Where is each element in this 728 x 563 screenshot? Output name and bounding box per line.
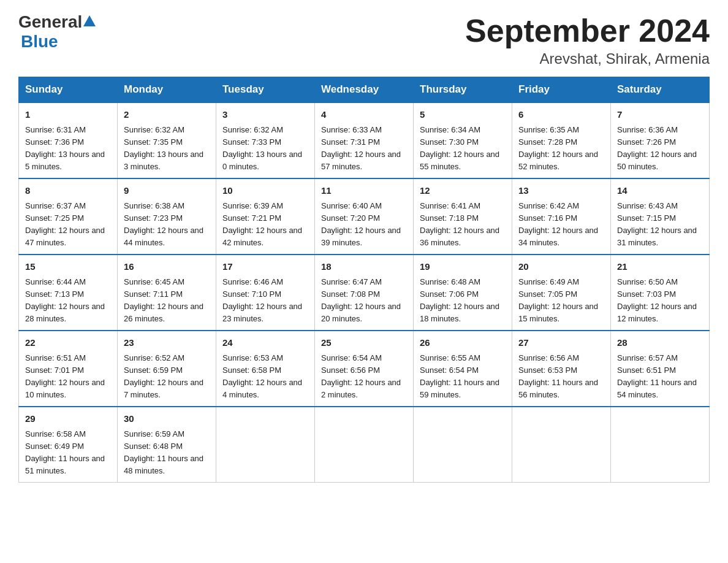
- day-info: Sunrise: 6:46 AMSunset: 7:10 PMDaylight:…: [222, 277, 302, 323]
- day-number: 13: [518, 184, 604, 198]
- week-row-1: 1 Sunrise: 6:31 AMSunset: 7:36 PMDayligh…: [19, 102, 710, 178]
- week-row-3: 15 Sunrise: 6:44 AMSunset: 7:13 PMDaylig…: [19, 255, 710, 331]
- day-number: 21: [617, 260, 703, 274]
- day-info: Sunrise: 6:31 AMSunset: 7:36 PMDaylight:…: [25, 125, 105, 171]
- location-subtitle: Arevshat, Shirak, Armenia: [465, 50, 710, 67]
- day-number: 10: [222, 184, 308, 198]
- day-info: Sunrise: 6:42 AMSunset: 7:16 PMDaylight:…: [518, 201, 598, 247]
- logo: General Blue: [18, 12, 97, 52]
- day-number: 20: [518, 260, 604, 274]
- day-info: Sunrise: 6:38 AMSunset: 7:23 PMDaylight:…: [124, 201, 203, 247]
- month-year-title: September 2024: [465, 12, 710, 49]
- day-cell-16: 16 Sunrise: 6:45 AMSunset: 7:11 PMDaylig…: [118, 255, 216, 331]
- day-info: Sunrise: 6:40 AMSunset: 7:20 PMDaylight:…: [321, 201, 401, 247]
- day-info: Sunrise: 6:43 AMSunset: 7:15 PMDaylight:…: [617, 201, 697, 247]
- day-cell-19: 19 Sunrise: 6:48 AMSunset: 7:06 PMDaylig…: [414, 255, 512, 331]
- header-tuesday: Tuesday: [216, 77, 315, 103]
- empty-cell-w4-d2: [216, 407, 315, 483]
- day-number: 6: [518, 108, 604, 122]
- day-number: 17: [222, 260, 308, 274]
- day-number: 4: [321, 108, 407, 122]
- day-cell-13: 13 Sunrise: 6:42 AMSunset: 7:16 PMDaylig…: [512, 178, 611, 255]
- day-number: 7: [617, 108, 703, 122]
- day-number: 28: [617, 336, 703, 350]
- day-info: Sunrise: 6:35 AMSunset: 7:28 PMDaylight:…: [518, 125, 598, 171]
- day-number: 19: [420, 260, 506, 274]
- week-row-4: 22 Sunrise: 6:51 AMSunset: 7:01 PMDaylig…: [19, 331, 710, 407]
- header-wednesday: Wednesday: [315, 77, 414, 103]
- day-cell-1: 1 Sunrise: 6:31 AMSunset: 7:36 PMDayligh…: [19, 102, 118, 178]
- logo-triangle-icon: [83, 14, 96, 28]
- day-number: 30: [124, 412, 210, 426]
- day-info: Sunrise: 6:55 AMSunset: 6:54 PMDaylight:…: [420, 353, 499, 399]
- day-info: Sunrise: 6:36 AMSunset: 7:26 PMDaylight:…: [617, 125, 697, 171]
- day-info: Sunrise: 6:49 AMSunset: 7:05 PMDaylight:…: [518, 277, 598, 323]
- day-number: 1: [25, 108, 111, 122]
- page-header: General Blue September 2024 Arevshat, Sh…: [18, 12, 710, 67]
- day-cell-29: 29 Sunrise: 6:58 AMSunset: 6:49 PMDaylig…: [19, 407, 118, 483]
- day-cell-28: 28 Sunrise: 6:57 AMSunset: 6:51 PMDaylig…: [611, 331, 710, 407]
- day-cell-3: 3 Sunrise: 6:32 AMSunset: 7:33 PMDayligh…: [216, 102, 315, 178]
- day-cell-20: 20 Sunrise: 6:49 AMSunset: 7:05 PMDaylig…: [512, 255, 611, 331]
- day-cell-18: 18 Sunrise: 6:47 AMSunset: 7:08 PMDaylig…: [315, 255, 414, 331]
- day-cell-17: 17 Sunrise: 6:46 AMSunset: 7:10 PMDaylig…: [216, 255, 315, 331]
- day-info: Sunrise: 6:41 AMSunset: 7:18 PMDaylight:…: [420, 201, 499, 247]
- day-cell-15: 15 Sunrise: 6:44 AMSunset: 7:13 PMDaylig…: [19, 255, 118, 331]
- header-saturday: Saturday: [611, 77, 710, 103]
- day-cell-6: 6 Sunrise: 6:35 AMSunset: 7:28 PMDayligh…: [512, 102, 611, 178]
- day-cell-11: 11 Sunrise: 6:40 AMSunset: 7:20 PMDaylig…: [315, 178, 414, 255]
- day-number: 16: [124, 260, 210, 274]
- day-info: Sunrise: 6:47 AMSunset: 7:08 PMDaylight:…: [321, 277, 401, 323]
- day-info: Sunrise: 6:50 AMSunset: 7:03 PMDaylight:…: [617, 277, 697, 323]
- day-cell-22: 22 Sunrise: 6:51 AMSunset: 7:01 PMDaylig…: [19, 331, 118, 407]
- day-number: 23: [124, 336, 210, 350]
- day-number: 24: [222, 336, 308, 350]
- day-cell-7: 7 Sunrise: 6:36 AMSunset: 7:26 PMDayligh…: [611, 102, 710, 178]
- day-number: 12: [420, 184, 506, 198]
- day-info: Sunrise: 6:57 AMSunset: 6:51 PMDaylight:…: [617, 353, 697, 399]
- day-info: Sunrise: 6:54 AMSunset: 6:56 PMDaylight:…: [321, 353, 401, 399]
- day-cell-4: 4 Sunrise: 6:33 AMSunset: 7:31 PMDayligh…: [315, 102, 414, 178]
- logo-general-text: General: [18, 12, 82, 32]
- day-cell-23: 23 Sunrise: 6:52 AMSunset: 6:59 PMDaylig…: [118, 331, 216, 407]
- day-number: 2: [124, 108, 210, 122]
- day-info: Sunrise: 6:59 AMSunset: 6:48 PMDaylight:…: [124, 429, 203, 475]
- day-info: Sunrise: 6:53 AMSunset: 6:58 PMDaylight:…: [222, 353, 302, 399]
- day-info: Sunrise: 6:58 AMSunset: 6:49 PMDaylight:…: [25, 429, 105, 475]
- day-cell-26: 26 Sunrise: 6:55 AMSunset: 6:54 PMDaylig…: [414, 331, 512, 407]
- day-cell-5: 5 Sunrise: 6:34 AMSunset: 7:30 PMDayligh…: [414, 102, 512, 178]
- day-cell-14: 14 Sunrise: 6:43 AMSunset: 7:15 PMDaylig…: [611, 178, 710, 255]
- calendar-table: Sunday Monday Tuesday Wednesday Thursday…: [18, 77, 710, 483]
- header-sunday: Sunday: [19, 77, 118, 103]
- day-number: 8: [25, 184, 111, 198]
- day-number: 3: [222, 108, 308, 122]
- empty-cell-w4-d6: [611, 407, 710, 483]
- header-monday: Monday: [118, 77, 216, 103]
- day-number: 5: [420, 108, 506, 122]
- day-cell-9: 9 Sunrise: 6:38 AMSunset: 7:23 PMDayligh…: [118, 178, 216, 255]
- day-number: 26: [420, 336, 506, 350]
- week-row-2: 8 Sunrise: 6:37 AMSunset: 7:25 PMDayligh…: [19, 178, 710, 255]
- day-number: 27: [518, 336, 604, 350]
- day-info: Sunrise: 6:39 AMSunset: 7:21 PMDaylight:…: [222, 201, 302, 247]
- day-cell-24: 24 Sunrise: 6:53 AMSunset: 6:58 PMDaylig…: [216, 331, 315, 407]
- day-number: 25: [321, 336, 407, 350]
- day-number: 15: [25, 260, 111, 274]
- day-info: Sunrise: 6:48 AMSunset: 7:06 PMDaylight:…: [420, 277, 499, 323]
- day-cell-8: 8 Sunrise: 6:37 AMSunset: 7:25 PMDayligh…: [19, 178, 118, 255]
- day-info: Sunrise: 6:37 AMSunset: 7:25 PMDaylight:…: [25, 201, 105, 247]
- day-number: 9: [124, 184, 210, 198]
- page-title-block: September 2024 Arevshat, Shirak, Armenia: [465, 12, 710, 67]
- empty-cell-w4-d3: [315, 407, 414, 483]
- day-number: 14: [617, 184, 703, 198]
- day-cell-30: 30 Sunrise: 6:59 AMSunset: 6:48 PMDaylig…: [118, 407, 216, 483]
- day-info: Sunrise: 6:44 AMSunset: 7:13 PMDaylight:…: [25, 277, 105, 323]
- empty-cell-w4-d5: [512, 407, 611, 483]
- day-cell-12: 12 Sunrise: 6:41 AMSunset: 7:18 PMDaylig…: [414, 178, 512, 255]
- day-info: Sunrise: 6:34 AMSunset: 7:30 PMDaylight:…: [420, 125, 499, 171]
- day-number: 29: [25, 412, 111, 426]
- day-number: 22: [25, 336, 111, 350]
- day-info: Sunrise: 6:33 AMSunset: 7:31 PMDaylight:…: [321, 125, 401, 171]
- day-number: 18: [321, 260, 407, 274]
- day-cell-10: 10 Sunrise: 6:39 AMSunset: 7:21 PMDaylig…: [216, 178, 315, 255]
